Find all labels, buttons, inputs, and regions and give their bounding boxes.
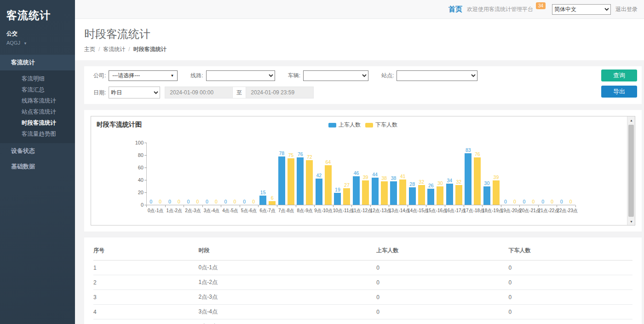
bar-boarding: [372, 178, 379, 205]
breadcrumb-home[interactable]: 主页: [84, 46, 95, 52]
bar-alighting: [437, 186, 443, 205]
bar-group: 7875: [277, 143, 296, 205]
table-row: 10点-1点00: [93, 260, 632, 275]
legend-item-boarding[interactable]: 上车人数: [328, 121, 361, 129]
bar-alighting: [288, 158, 294, 205]
bar-column: 0: [567, 143, 574, 205]
bar-value-label: 0: [224, 199, 227, 205]
legend-item-alighting[interactable]: 下车人数: [365, 121, 397, 129]
bar-alighting: [343, 188, 350, 205]
line-select[interactable]: [206, 70, 275, 81]
table-cell: 4: [93, 305, 199, 319]
station-label: 站点:: [381, 72, 394, 80]
user-menu[interactable]: AQGJ ▼: [0, 38, 75, 46]
table-cell: 0点-1点: [199, 260, 377, 275]
bar-value-label: 46: [354, 170, 359, 176]
language-select[interactable]: 简体中文: [552, 4, 611, 15]
sidebar-item-device-status[interactable]: 设备状态: [0, 143, 75, 159]
bar-alighting: [306, 160, 313, 205]
bar-group: 4438: [370, 143, 389, 205]
sidebar-item-passenger-stats[interactable]: 客流统计: [0, 55, 75, 70]
logout-link[interactable]: 退出登录: [615, 6, 638, 13]
x-axis-label: 8点-9点: [296, 208, 315, 214]
bar-value-label: 44: [372, 172, 378, 178]
table-cell: 5: [93, 319, 199, 324]
breadcrumb-separator: /: [98, 46, 100, 52]
x-axis-label: 2点-3点: [184, 208, 202, 214]
table-row: 54点-5点00: [93, 319, 632, 324]
station-select[interactable]: [397, 70, 477, 81]
table-row: 21点-2点00: [93, 275, 632, 290]
sidebar-subitem[interactable]: 客流明细: [0, 73, 75, 84]
bar-alighting: [455, 185, 462, 205]
bar-group: 00: [221, 143, 240, 205]
bar-boarding: [446, 184, 453, 205]
sidebar-subitem[interactable]: 时段客流统计: [0, 117, 75, 128]
bar-value-label: 83: [466, 147, 471, 153]
bar-value-label: 26: [428, 183, 434, 189]
scrollbar-thumb[interactable]: [628, 125, 634, 217]
bar-alighting: [325, 165, 332, 205]
date-start-input[interactable]: [165, 87, 233, 98]
bar-value-label: 0: [252, 199, 255, 205]
notification-badge[interactable]: 34: [536, 2, 546, 9]
vehicle-label: 车辆:: [288, 72, 300, 80]
x-axis-label: 10点-11点: [333, 208, 352, 214]
bar-column: 0: [157, 143, 164, 205]
main-area: 首页 欢迎使用客流统计管理平台 34 简体中文 退出登录 时段客流统计 主页/客…: [75, 0, 644, 324]
dropdown-arrow-icon: ▼: [170, 74, 174, 78]
query-button[interactable]: 查询: [601, 69, 637, 81]
legend-label-alighting: 下车人数: [375, 121, 397, 129]
bar-column: 26: [427, 143, 434, 205]
bar-group: 00: [501, 143, 520, 205]
table-cell: 3点-4点: [199, 305, 377, 319]
breadcrumb-section[interactable]: 客流统计: [103, 46, 125, 52]
bar-column: 76: [474, 143, 481, 205]
bar-group: 156: [258, 143, 277, 205]
company-select[interactable]: ---请选择--- ▼: [109, 70, 178, 81]
bar-column: 0: [185, 143, 192, 205]
bar-group: 3841: [389, 143, 408, 205]
bar-group: 00: [202, 143, 221, 205]
vehicle-select[interactable]: [303, 70, 368, 81]
table-cell: 1: [93, 260, 199, 275]
x-axis-label: 9点-10点: [314, 208, 333, 214]
sidebar-subitem[interactable]: 客流量趋势图: [0, 128, 75, 139]
bar-column: 0: [511, 143, 518, 205]
sidebar-subitem[interactable]: 站点客流统计: [0, 106, 75, 117]
bar-column: 32: [418, 143, 425, 205]
sidebar-subitem[interactable]: 客流汇总: [0, 84, 75, 95]
col-header-index: 序号: [93, 242, 199, 260]
bar-value-label: 0: [569, 199, 572, 205]
x-axis-label: 20点-21点: [519, 208, 538, 214]
date-end-input[interactable]: [246, 87, 314, 98]
scroll-up-icon[interactable]: ▲: [627, 116, 635, 124]
x-axis-label: 17点-18点: [464, 208, 483, 214]
table-cell: 0: [376, 319, 508, 324]
export-button[interactable]: 导出: [601, 86, 637, 98]
home-link[interactable]: 首页: [448, 5, 462, 14]
bar-column: 27: [343, 143, 350, 205]
bar-column: 0: [502, 143, 509, 205]
date-preset-select[interactable]: 昨日: [109, 87, 160, 98]
filter-row-1: 公司: ---请选择--- ▼ 线路: 车辆: 站点:: [93, 70, 586, 81]
sidebar: 客流统计 公交 AQGJ ▼ 客流统计 客流明细客流汇总线路客流统计站点客流统计…: [0, 0, 75, 324]
bar-value-label: 41: [400, 174, 406, 179]
bar-column: 0: [540, 143, 546, 205]
bar-value-label: 0: [215, 199, 218, 205]
chart-scrollbar[interactable]: ▲ ▼: [627, 116, 635, 225]
scroll-down-icon[interactable]: ▼: [627, 218, 635, 225]
x-axis-label: 11点-12点: [351, 208, 370, 214]
bar-column: 32: [455, 143, 462, 205]
sidebar-item-base-data[interactable]: 基础数据: [0, 159, 75, 174]
x-axis-label: 22点-23点: [557, 208, 575, 214]
bar-boarding: [465, 153, 472, 205]
filter-row-2: 日期: 昨日 至: [93, 87, 586, 98]
bar-value-label: 19: [335, 187, 340, 193]
bar-group: 8376: [464, 143, 483, 205]
sidebar-subitem[interactable]: 线路客流统计: [0, 95, 75, 106]
bar-column: 76: [297, 143, 304, 205]
bar-boarding: [259, 196, 266, 205]
bar-group: 2630: [426, 143, 445, 205]
bar-value-label: 0: [159, 199, 161, 205]
